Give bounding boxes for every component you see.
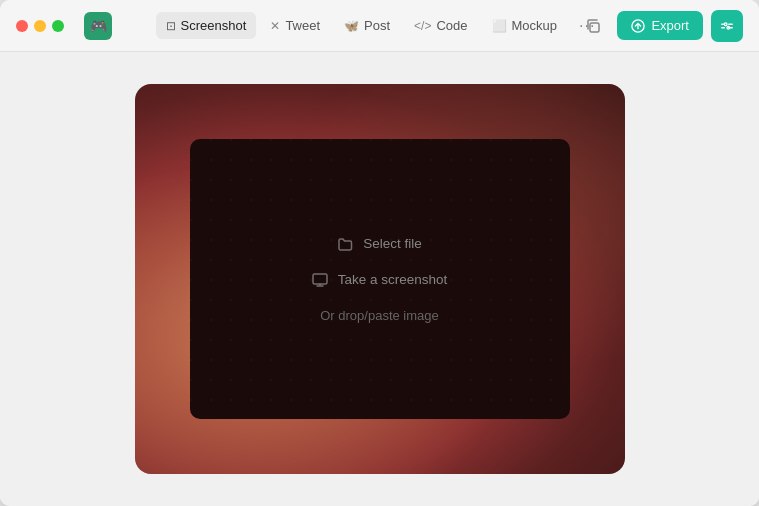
- select-file-label: Select file: [363, 236, 422, 251]
- tab-mockup-label: Mockup: [512, 18, 558, 33]
- more-options-button[interactable]: ···: [571, 11, 603, 41]
- take-screenshot-option[interactable]: Take a screenshot: [312, 272, 448, 288]
- app-logo[interactable]: 🎮: [84, 12, 112, 40]
- canvas-area: Select file Take a screenshot Or drop/pa…: [135, 84, 625, 474]
- tab-screenshot-label: Screenshot: [181, 18, 247, 33]
- tab-mockup[interactable]: ⬜ Mockup: [482, 12, 568, 39]
- mockup-icon: ⬜: [492, 19, 507, 33]
- traffic-lights: [16, 20, 64, 32]
- drop-paste-text: Or drop/paste image: [320, 308, 439, 323]
- tab-code-label: Code: [436, 18, 467, 33]
- butterfly-icon: 🦋: [344, 19, 359, 33]
- tab-tweet-label: Tweet: [285, 18, 320, 33]
- monitor-icon: [312, 272, 328, 288]
- main-content: Select file Take a screenshot Or drop/pa…: [0, 52, 759, 506]
- tab-post[interactable]: 🦋 Post: [334, 12, 400, 39]
- nav-tabs: ⊡ Screenshot ✕ Tweet 🦋 Post </> Code ⬜ M…: [156, 11, 604, 41]
- settings-icon: [720, 19, 734, 33]
- folder-icon: [337, 236, 353, 252]
- x-icon: ✕: [270, 19, 280, 33]
- logo-icon: 🎮: [90, 19, 107, 33]
- close-button[interactable]: [16, 20, 28, 32]
- export-label: Export: [651, 18, 689, 33]
- tab-tweet[interactable]: ✕ Tweet: [260, 12, 330, 39]
- take-screenshot-label: Take a screenshot: [338, 272, 448, 287]
- tab-screenshot[interactable]: ⊡ Screenshot: [156, 12, 257, 39]
- export-icon: [631, 19, 645, 33]
- upload-panel: Select file Take a screenshot Or drop/pa…: [190, 139, 570, 419]
- settings-button[interactable]: [711, 10, 743, 42]
- tab-code[interactable]: </> Code: [404, 12, 477, 39]
- svg-point-2: [724, 22, 727, 25]
- tab-post-label: Post: [364, 18, 390, 33]
- minimize-button[interactable]: [34, 20, 46, 32]
- app-window: 🎮 ⊡ Screenshot ✕ Tweet 🦋 Post </> Code ⬜: [0, 0, 759, 506]
- code-icon: </>: [414, 19, 431, 33]
- titlebar: 🎮 ⊡ Screenshot ✕ Tweet 🦋 Post </> Code ⬜: [0, 0, 759, 52]
- svg-rect-4: [313, 274, 327, 284]
- select-file-option[interactable]: Select file: [337, 236, 422, 252]
- screenshot-icon: ⊡: [166, 19, 176, 33]
- export-button[interactable]: Export: [617, 11, 703, 40]
- maximize-button[interactable]: [52, 20, 64, 32]
